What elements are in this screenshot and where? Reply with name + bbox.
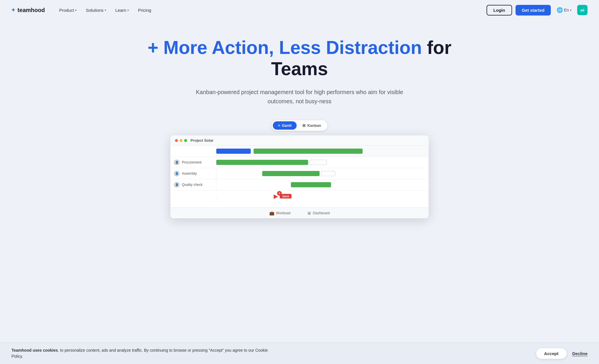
workload-label: Workload <box>276 211 290 215</box>
navbar-left: + teamhood Product ▾ Solutions ▾ Learn ▾… <box>11 5 155 15</box>
gantt-label-quality-check: 👤 Quality check <box>170 180 216 190</box>
cookie-bold-text: Teamhood uses cookies <box>11 348 58 353</box>
user-avatar[interactable]: аё <box>577 5 588 15</box>
logo-icon: + <box>11 6 15 14</box>
accept-button[interactable]: Accept <box>536 348 567 359</box>
project-title: Project Solar <box>190 138 213 143</box>
maximize-dot <box>184 139 187 142</box>
gantt-label-cursor <box>170 197 216 201</box>
assembly-label: Assembly <box>182 172 197 176</box>
nav-item-product[interactable]: Product ▾ <box>55 5 81 15</box>
logo[interactable]: + teamhood <box>11 6 45 14</box>
minimize-dot <box>180 139 182 142</box>
hero-section: + More Action, Less Distraction for Team… <box>127 20 472 230</box>
gantt-row-quality-check: 👤 Quality check <box>170 179 429 190</box>
nav-links: Product ▾ Solutions ▾ Learn ▾ Pricing <box>55 5 155 15</box>
navbar: + teamhood Product ▾ Solutions ▾ Learn ▾… <box>0 0 599 20</box>
dashboard-label: Dashboard <box>313 211 330 215</box>
get-started-button[interactable]: Get started <box>516 5 551 15</box>
gantt-bar-area-assembly <box>216 168 429 179</box>
cookie-actions: Accept Decline <box>536 348 588 359</box>
procurement-label: Procurement <box>182 160 202 164</box>
view-toggle: ≡ Gantt ⊞ Kanban <box>272 120 327 131</box>
gantt-label-assembly: 👤 Assembly <box>170 168 216 179</box>
gantt-row-procurement: 👤 Procurement <box>170 157 429 168</box>
avatar-procurement: 👤 <box>174 159 180 165</box>
language-selector[interactable]: 🌐 En ▾ <box>554 5 574 15</box>
chevron-down-icon: ▾ <box>105 9 106 12</box>
quality-check-label: Quality check <box>182 183 203 187</box>
kanban-tab[interactable]: ⊞ Kanban <box>297 121 326 130</box>
gantt-bar-area-header <box>216 146 429 157</box>
gantt-icon: ≡ <box>278 123 280 128</box>
decline-button[interactable]: Decline <box>572 351 588 356</box>
app-window: Project Solar 👤 Procurement <box>170 135 429 218</box>
avatar-assembly: 👤 <box>174 171 180 176</box>
workload-tab[interactable]: 💼 Workload <box>269 211 290 215</box>
logo-text: teamhood <box>17 7 45 13</box>
dashboard-icon: ⊞ <box>308 211 311 215</box>
gantt-label-header <box>170 149 216 153</box>
dashboard-tab[interactable]: ⊞ Dashboard <box>308 211 330 215</box>
gantt-row-header <box>170 146 429 157</box>
gantt-bar-area-quality-check <box>216 179 429 190</box>
hero-title: + More Action, Less Distraction for Team… <box>139 37 460 79</box>
kanban-icon: ⊞ <box>302 123 306 128</box>
cookie-banner: Teamhood uses cookies, to personalize co… <box>0 342 599 364</box>
avatar-quality-check: 👤 <box>174 182 180 188</box>
login-button[interactable]: Login <box>487 5 512 15</box>
app-bottom-bar: 💼 Workload ⊞ Dashboard <box>170 208 429 218</box>
hero-subtitle: Kanban-powered project management tool f… <box>185 87 414 106</box>
globe-icon: 🌐 <box>557 7 563 13</box>
gantt-bar-area-cursor: ▶ + Jane <box>216 190 429 208</box>
gantt-label-procurement: 👤 Procurement <box>170 157 216 168</box>
chevron-down-icon: ▾ <box>75 9 77 12</box>
nav-item-learn[interactable]: Learn ▾ <box>111 5 133 15</box>
navbar-right: Login Get started 🌐 En ▾ аё <box>487 5 588 15</box>
window-controls <box>175 139 187 142</box>
gantt-row-assembly: 👤 Assembly <box>170 168 429 179</box>
gantt-bar-area-procurement <box>216 157 429 168</box>
nav-item-pricing[interactable]: Pricing <box>134 5 155 15</box>
gantt-row-cursor: ▶ + Jane <box>170 190 429 208</box>
workload-icon: 💼 <box>269 211 274 215</box>
gantt-chart: 👤 Procurement 👤 Assembly <box>170 146 429 208</box>
chevron-down-icon: ▾ <box>570 9 571 12</box>
chevron-down-icon: ▾ <box>127 9 129 12</box>
app-preview: ≡ Gantt ⊞ Kanban Project Solar <box>170 120 429 218</box>
nav-item-solutions[interactable]: Solutions ▾ <box>82 5 110 15</box>
cookie-text: Teamhood uses cookies, to personalize co… <box>11 347 270 359</box>
gantt-tab[interactable]: ≡ Gantt <box>273 121 297 130</box>
language-label: En <box>564 8 569 12</box>
app-window-header: Project Solar <box>170 135 429 146</box>
close-dot <box>175 139 178 142</box>
jane-badge: Jane <box>280 194 291 198</box>
